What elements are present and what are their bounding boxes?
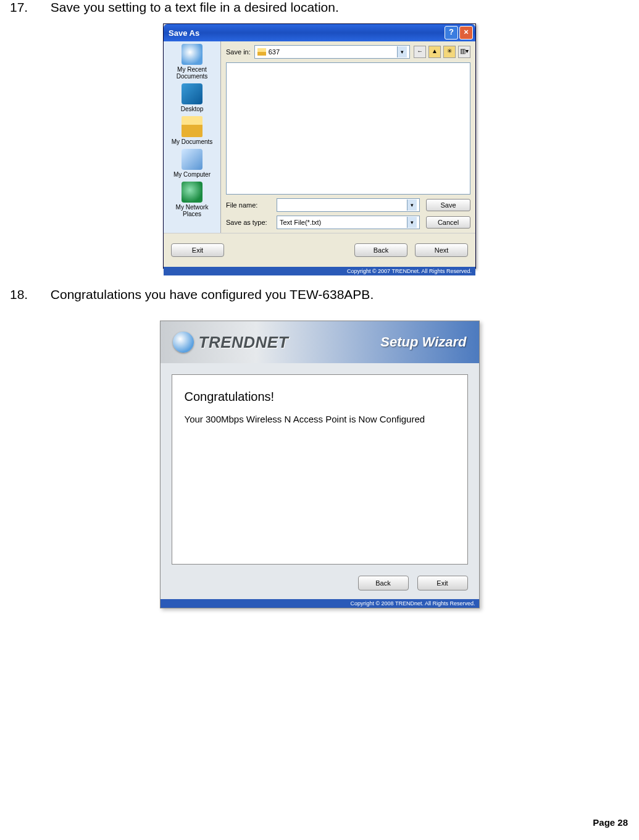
brand-text: TRENDNET	[199, 333, 289, 352]
save-in-label: Save in:	[226, 48, 251, 56]
save-in-value: 637	[269, 48, 280, 56]
save-as-dialog: Save As ? × My Recent Documents Desktop …	[163, 23, 476, 269]
mydocs-icon	[182, 116, 203, 137]
wizard-exit-button[interactable]: Exit	[417, 576, 468, 590]
step-number: 18.	[10, 287, 47, 302]
titlebar: Save As ? ×	[164, 24, 475, 41]
place-label: Desktop	[181, 106, 204, 112]
places-bar: My Recent Documents Desktop My Documents…	[164, 41, 221, 233]
place-mydocs[interactable]: My Documents	[166, 116, 218, 145]
window-title: Save As	[169, 28, 443, 38]
place-label: My Documents	[172, 138, 213, 145]
close-button[interactable]: ×	[459, 26, 473, 40]
place-desktop[interactable]: Desktop	[166, 83, 218, 112]
saveastype-combo[interactable]: Text File(*.txt) ▾	[277, 216, 420, 229]
step-17-text: 17. Save you setting to a text file in a…	[10, 0, 639, 15]
chevron-down-icon[interactable]: ▾	[407, 217, 417, 228]
save-in-combo[interactable]: 637 ▾	[254, 45, 410, 59]
filename-label: File name:	[226, 201, 277, 209]
file-list-area[interactable]	[226, 62, 470, 195]
up-folder-icon[interactable]: ▲	[428, 46, 441, 58]
step-text: Save you setting to a text file in a des…	[51, 0, 339, 14]
place-label: My Network Places	[176, 204, 209, 217]
mycomp-icon	[182, 149, 203, 170]
saveastype-value: Text File(*.txt)	[280, 219, 321, 226]
congrats-heading: Congratulations!	[185, 390, 455, 404]
place-label: My Computer	[173, 171, 211, 178]
step-number: 17.	[10, 0, 47, 15]
view-menu-icon[interactable]: ▥▾	[458, 46, 470, 58]
desktop-icon	[182, 83, 203, 104]
chevron-down-icon[interactable]: ▾	[397, 46, 407, 57]
place-label: My Recent Documents	[177, 66, 208, 80]
new-folder-icon[interactable]: ✳	[443, 46, 456, 58]
page: 17. Save you setting to a text file in a…	[0, 0, 639, 840]
copyright: Copyright © 2007 TRENDnet. All Rights Re…	[164, 267, 475, 275]
save-button[interactable]: Save	[426, 199, 470, 211]
wizard-header: TRENDNET Setup Wizard	[161, 321, 479, 363]
exit-button[interactable]: Exit	[171, 243, 224, 257]
setup-wizard-window: TRENDNET Setup Wizard Congratulations! Y…	[160, 321, 480, 608]
step-text: Congratulations you have configured you …	[51, 287, 374, 301]
save-in-row: Save in: 637 ▾ ← ▲ ✳ ▥▾	[226, 45, 470, 59]
wizard-back-button[interactable]: Back	[358, 576, 409, 590]
next-button[interactable]: Next	[415, 243, 468, 257]
place-netplaces[interactable]: My Network Places	[166, 182, 218, 217]
filename-input[interactable]: ▾	[277, 198, 420, 212]
place-recent[interactable]: My Recent Documents	[166, 44, 218, 80]
back-button[interactable]: Back	[354, 243, 407, 257]
copyright: Copyright © 2008 TRENDnet. All Rights Re…	[161, 599, 479, 608]
recent-icon	[182, 44, 203, 65]
cancel-button[interactable]: Cancel	[426, 216, 470, 229]
congrats-panel: Congratulations! Your 300Mbps Wireless N…	[172, 374, 468, 565]
step-18-text: 18. Congratulations you have configured …	[10, 287, 639, 302]
brand-icon	[173, 332, 194, 353]
netplaces-icon	[182, 182, 203, 203]
place-mycomp[interactable]: My Computer	[166, 149, 218, 178]
page-number: Page 28	[593, 817, 628, 828]
wizard-title: Setup Wizard	[380, 334, 466, 350]
folder-icon	[257, 48, 266, 56]
chevron-down-icon[interactable]: ▾	[407, 200, 417, 211]
saveastype-label: Save as type:	[226, 219, 277, 226]
back-icon[interactable]: ←	[414, 46, 426, 58]
congrats-body: Your 300Mbps Wireless N Access Point is …	[185, 413, 455, 426]
help-button[interactable]: ?	[445, 26, 458, 40]
